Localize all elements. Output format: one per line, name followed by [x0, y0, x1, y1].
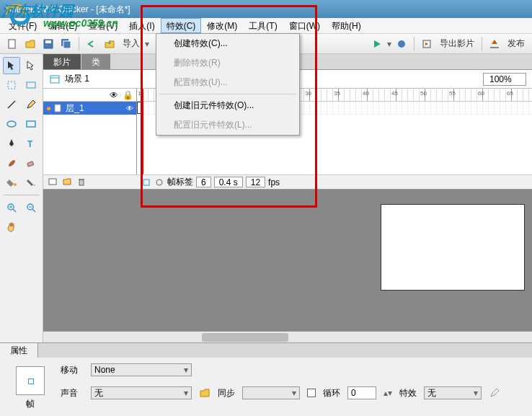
- props-tabs: 属性: [0, 343, 532, 358]
- svg-line-9: [8, 101, 15, 108]
- effect-select[interactable]: 无▾: [424, 386, 482, 399]
- svg-rect-7: [8, 81, 15, 89]
- effect-label: 特效: [399, 387, 417, 399]
- zoom-input[interactable]: [483, 73, 526, 86]
- transform-tool[interactable]: [3, 76, 20, 94]
- center-button[interactable]: [154, 177, 164, 187]
- svg-rect-0: [9, 40, 15, 48]
- sound-label: 声音: [61, 387, 84, 399]
- pencil-tool[interactable]: [22, 96, 40, 113]
- edit-effect-button[interactable]: [489, 387, 500, 399]
- import-button[interactable]: [102, 36, 118, 52]
- folder-button[interactable]: [199, 387, 210, 399]
- export-label: 导出影片: [437, 37, 477, 50]
- properties-panel: 属性 帧 移动 None▾ 声音 无▾ 同步 ▾ 循环 ▴▾ 特效 无▾: [0, 342, 532, 416]
- line-tool[interactable]: [3, 96, 20, 113]
- stepper-icon[interactable]: ▴▾: [384, 388, 392, 398]
- oval-tool[interactable]: [3, 115, 20, 133]
- layer-controls: [43, 174, 137, 189]
- svg-rect-11: [27, 121, 35, 127]
- svg-text:T: T: [27, 139, 33, 149]
- svg-rect-8: [27, 82, 35, 88]
- toolbar-sep3: [482, 37, 482, 51]
- fps-unit: fps: [268, 177, 280, 187]
- layer-row[interactable]: ● 层_1 👁: [43, 102, 136, 115]
- bucket-tool[interactable]: [3, 174, 20, 191]
- undo-button[interactable]: [84, 36, 99, 52]
- text-tool[interactable]: T: [22, 135, 40, 152]
- scene-name[interactable]: 场景 1: [65, 73, 89, 85]
- frame-preview: 帧: [9, 363, 52, 410]
- loop-checkbox[interactable]: [307, 389, 316, 397]
- saveall-button[interactable]: [58, 36, 74, 52]
- tab-movie[interactable]: 影片: [43, 54, 81, 69]
- stage-canvas[interactable]: [381, 204, 525, 291]
- add-folder-button[interactable]: [62, 177, 72, 187]
- tab-properties[interactable]: 属性: [0, 343, 38, 358]
- new-button[interactable]: [4, 36, 20, 52]
- save-button[interactable]: [40, 36, 56, 52]
- play-button[interactable]: [369, 36, 385, 52]
- open-button[interactable]: [22, 36, 38, 52]
- layer-name[interactable]: 层_1: [66, 102, 84, 115]
- menu-help[interactable]: 帮助(H): [326, 18, 367, 33]
- menu-separator: [159, 94, 296, 94]
- eye-icon[interactable]: 👁: [110, 90, 118, 100]
- menu-config-effect: 配置特效(U)...: [156, 73, 299, 92]
- layer-page-icon: [54, 104, 63, 112]
- delete-layer-button[interactable]: [76, 177, 87, 187]
- sync-label: 同步: [218, 387, 235, 399]
- rect-tool[interactable]: [22, 115, 40, 133]
- layer-dot-icon: ●: [46, 103, 51, 113]
- scrollbar-thumb[interactable]: [202, 333, 288, 342]
- pen-tool[interactable]: [3, 135, 20, 152]
- move-select[interactable]: None▾: [91, 363, 192, 376]
- crop-tool[interactable]: [22, 76, 40, 94]
- layer-header: 👁 🔒: [43, 89, 136, 102]
- ink-tool[interactable]: [22, 174, 40, 191]
- toolbox-sep: [3, 195, 40, 195]
- move-label: 移动: [61, 364, 84, 376]
- menu-insert[interactable]: 插入(I): [123, 18, 160, 33]
- svg-point-29: [156, 180, 162, 185]
- brush-tool[interactable]: [3, 154, 20, 172]
- svg-line-20: [32, 209, 35, 212]
- dropdown-arrow-icon[interactable]: ▾: [145, 39, 149, 49]
- svg-line-16: [13, 209, 16, 212]
- svg-point-14: [14, 183, 17, 186]
- sync-select[interactable]: ▾: [242, 386, 300, 399]
- svg-point-5: [398, 40, 405, 48]
- canvas-area[interactable]: [43, 190, 532, 331]
- preview-button[interactable]: [394, 36, 409, 52]
- zoomin-tool[interactable]: [3, 199, 20, 216]
- sound-select[interactable]: 无▾: [91, 386, 192, 399]
- toolbox: T: [0, 54, 43, 342]
- export-button[interactable]: [419, 36, 435, 52]
- watermark-url: www.pc0359.cn: [43, 17, 118, 29]
- subselect-tool[interactable]: [22, 57, 40, 74]
- menu-create-effect[interactable]: 创建特效(C)...: [156, 34, 299, 53]
- menu-window[interactable]: 窗口(W): [283, 18, 326, 33]
- horizontal-scrollbar[interactable]: [43, 331, 532, 342]
- effects-dropdown: 创建特效(C)... 删除特效(R) 配置特效(U)... 创建旧元件特效(O)…: [156, 33, 300, 136]
- loop-input[interactable]: [347, 386, 376, 399]
- eraser-tool[interactable]: [22, 154, 40, 172]
- menu-modify[interactable]: 修改(M): [201, 18, 243, 33]
- eye-col-icon[interactable]: 👁: [126, 105, 133, 112]
- hand-tool[interactable]: [3, 218, 20, 236]
- menu-config-old-effect: 配置旧元件特效(L)...: [156, 115, 299, 135]
- tab-library[interactable]: 类: [81, 54, 110, 69]
- svg-rect-28: [143, 180, 149, 185]
- zoomout-tool[interactable]: [22, 199, 40, 216]
- arrow-tool[interactable]: [3, 57, 20, 74]
- frame-label-text: 帧标签: [167, 176, 193, 188]
- publish-button[interactable]: [487, 36, 502, 52]
- menu-tools[interactable]: 工具(T): [243, 18, 283, 33]
- lock-icon[interactable]: 🔒: [123, 90, 133, 100]
- onion-button[interactable]: [141, 177, 151, 187]
- play-dropdown-icon[interactable]: ▾: [387, 39, 391, 49]
- menu-create-old-effect[interactable]: 创建旧元件特效(O)...: [156, 96, 299, 115]
- menu-effects[interactable]: 特效(C): [161, 18, 202, 33]
- frame-caption: 帧: [9, 398, 52, 410]
- add-layer-button[interactable]: [48, 177, 58, 187]
